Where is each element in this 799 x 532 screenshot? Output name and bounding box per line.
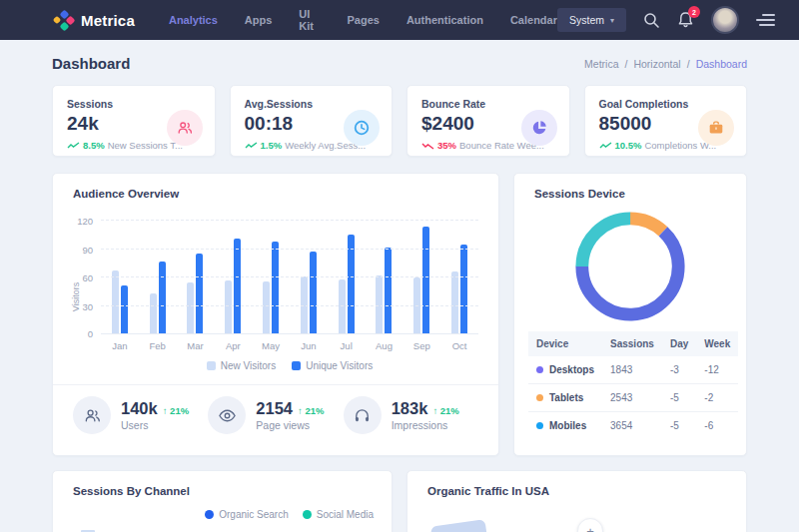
stat-label: Impressions — [392, 419, 459, 431]
bar-new-visitors — [225, 280, 232, 333]
stat-value: 140k — [121, 399, 158, 418]
bar-unique-visitors — [422, 227, 429, 333]
table-row: Tablets 2543 -5 -2 — [528, 384, 738, 412]
device-name: Desktops — [549, 364, 594, 375]
trend-up-icon — [599, 142, 612, 150]
col-sessions: Sassions — [602, 331, 662, 356]
nav-item-pages[interactable]: Pages — [347, 14, 379, 26]
page-header: Dashboard Metrica / Horizontal / Dashboa… — [0, 40, 799, 85]
y-axis-tick: 120 — [77, 216, 93, 227]
main-nav: Analytics Apps UI Kit Pages Authenticati… — [169, 8, 557, 32]
bar-unique-visitors — [460, 245, 467, 333]
device-day: -5 — [662, 384, 696, 412]
trend-text: New Sessions T... — [108, 140, 183, 151]
device-day: -5 — [662, 412, 696, 440]
chevron-down-icon: ▾ — [610, 16, 614, 25]
legend-dot-icon — [303, 510, 312, 519]
search-button[interactable] — [643, 12, 660, 29]
nav-item-ui-kit[interactable]: UI Kit — [299, 8, 320, 32]
nav-item-analytics[interactable]: Analytics — [169, 14, 218, 26]
legend-label: New Visitors — [221, 360, 276, 371]
nav-item-apps[interactable]: Apps — [245, 14, 273, 26]
mobiles-dot-icon — [536, 422, 543, 429]
brand-logo[interactable]: Metrica — [54, 10, 135, 30]
device-table: Device Sassions Day Week Desktops 1843 -… — [528, 331, 738, 439]
y-axis-tick: 60 — [82, 272, 93, 283]
users-icon — [73, 396, 111, 434]
breadcrumb-horizontal[interactable]: Horizontal — [633, 58, 680, 70]
metrica-logo-icon — [54, 10, 74, 30]
legend-organic-search[interactable]: Organic Search — [205, 509, 288, 520]
notification-badge: 2 — [688, 6, 700, 18]
nav-item-authentication[interactable]: Authentication — [406, 14, 483, 26]
bar-group-jul — [328, 235, 366, 333]
x-axis-tick: Jul — [328, 340, 366, 351]
x-axis-tick: Jun — [290, 340, 328, 351]
system-dropdown-label: System — [569, 14, 604, 26]
breadcrumb-separator: / — [625, 58, 628, 70]
x-axis-tick: Sep — [402, 340, 440, 351]
bar-new-visitors — [339, 279, 346, 333]
trend-down-icon — [421, 142, 434, 150]
y-axis-tick: 30 — [82, 300, 93, 311]
legend-unique-visitors[interactable]: Unique Visitors — [292, 360, 373, 371]
search-icon — [643, 12, 660, 29]
device-name: Mobiles — [549, 420, 586, 431]
audience-bar-chart: Visitors 1209060300 JanFebMarAprMayJunJu… — [101, 220, 478, 371]
legend-social-media[interactable]: Social Media — [303, 509, 374, 520]
stat-delta: ↑ 21% — [432, 405, 458, 416]
sessions-device-donut-chart — [514, 200, 746, 325]
top-navbar: Metrica Analytics Apps UI Kit Pages Auth… — [0, 0, 799, 40]
x-axis-tick: Oct — [440, 340, 478, 351]
desktops-dot-icon — [536, 366, 543, 373]
legend-swatch-icon — [292, 361, 301, 370]
stat-label: Users — [121, 419, 189, 431]
page-content: Sessions 24k 8.5% New Sessions T... Avg.… — [0, 85, 799, 532]
device-week: -2 — [696, 384, 738, 412]
table-row: Mobiles 3654 -5 -6 — [528, 412, 738, 440]
nav-item-calendar[interactable]: Calendar — [510, 14, 557, 26]
stat-title: Goal Completions — [599, 98, 733, 110]
breadcrumb-dashboard: Dashboard — [696, 58, 747, 70]
bar-group-may — [252, 242, 290, 333]
stat-title: Avg.Sessions — [245, 98, 379, 110]
device-name: Tablets — [549, 392, 583, 403]
card-title: Audience Overview — [53, 174, 498, 200]
stat-impressions: 183k↑ 21% Impressions — [344, 396, 478, 434]
bar-unique-visitors — [234, 239, 241, 333]
stat-card-goal-completions: Goal Completions 85000 10.5% Completions… — [584, 85, 748, 157]
system-dropdown[interactable]: System ▾ — [557, 8, 626, 32]
map-zoom-in-button[interactable]: + — [577, 518, 603, 532]
page-title: Dashboard — [52, 55, 130, 72]
card-title: Sessions Device — [514, 174, 746, 200]
bar-new-visitors — [451, 271, 458, 333]
audience-overview-card: Audience Overview Visitors 1209060300 Ja… — [52, 173, 499, 456]
stat-card-avg-sessions: Avg.Sessions 00:18 1.5% Weekly Avg.Sess.… — [230, 85, 394, 157]
hamburger-icon — [762, 14, 775, 16]
bar-new-visitors — [150, 293, 157, 333]
bar-unique-visitors — [385, 248, 392, 333]
breadcrumb-metrica[interactable]: Metrica — [584, 58, 618, 70]
device-week: -6 — [696, 412, 738, 440]
y-axis-tick: 90 — [82, 244, 93, 255]
breadcrumb: Metrica / Horizontal / Dashboard — [584, 58, 747, 70]
usa-map-fragment — [430, 519, 487, 532]
headset-icon — [344, 396, 382, 434]
notifications-button[interactable]: 2 — [677, 11, 694, 29]
col-week: Week — [696, 331, 738, 356]
legend-new-visitors[interactable]: New Visitors — [207, 360, 276, 371]
x-axis-tick: Aug — [366, 340, 403, 351]
bar-group-oct — [440, 245, 478, 333]
pie-chart-icon — [521, 110, 557, 146]
y-axis-tick: 0 — [88, 328, 93, 339]
menu-toggle-button[interactable] — [756, 14, 775, 26]
trend-percent: 10.5% — [615, 140, 642, 151]
x-axis-tick: Jan — [101, 340, 139, 351]
bar-group-jun — [290, 252, 328, 333]
stat-title: Bounce Rate — [421, 98, 555, 110]
user-avatar[interactable] — [711, 6, 739, 34]
stat-value: 2154 — [256, 399, 293, 418]
bar-unique-visitors — [272, 242, 279, 333]
col-device: Device — [528, 331, 602, 356]
legend-label: Unique Visitors — [306, 360, 373, 371]
